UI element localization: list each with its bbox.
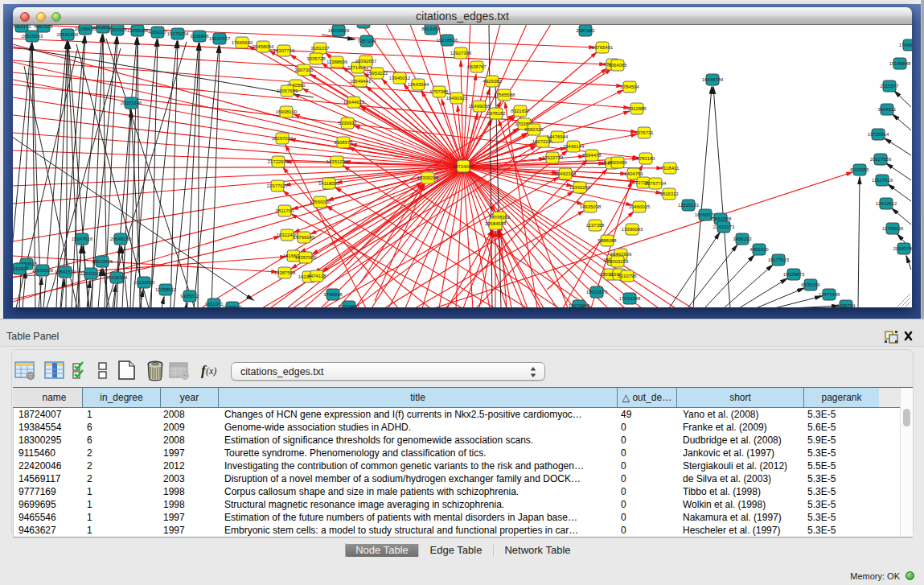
svg-text:8215955: 8215955: [850, 167, 869, 172]
svg-text:22977027: 22977027: [267, 183, 289, 188]
svg-text:8321837: 8321837: [511, 109, 530, 113]
svg-text:13132690: 13132690: [133, 280, 155, 285]
svg-text:20458054: 20458054: [253, 44, 274, 49]
svg-text:4474128: 4474128: [307, 274, 326, 278]
svg-text:20691406: 20691406: [57, 32, 79, 37]
svg-text:10460025: 10460025: [629, 204, 651, 209]
svg-text:6638767: 6638767: [467, 64, 487, 69]
svg-text:17656906: 17656906: [32, 268, 54, 273]
svg-text:10549441: 10549441: [350, 79, 372, 84]
svg-text:4457975: 4457975: [34, 25, 53, 29]
svg-text:18300295: 18300295: [417, 175, 439, 180]
svg-text:3784504: 3784504: [620, 84, 639, 89]
svg-text:2811700: 2811700: [276, 208, 295, 213]
svg-text:11058511: 11058511: [155, 287, 176, 292]
svg-text:4961630: 4961630: [749, 247, 769, 252]
svg-text:19379254: 19379254: [167, 31, 189, 36]
svg-text:3181037: 3181037: [310, 46, 330, 51]
svg-text:20943743: 20943743: [893, 246, 912, 251]
svg-text:12927396: 12927396: [450, 51, 472, 56]
svg-text:17565588: 17565588: [494, 93, 515, 97]
svg-text:19218506: 19218506: [437, 38, 458, 43]
svg-text:16033809: 16033809: [328, 28, 350, 33]
svg-text:10342260: 10342260: [569, 185, 591, 190]
svg-text:15347616: 15347616: [72, 237, 93, 241]
svg-text:11388699: 11388699: [326, 60, 348, 64]
svg-text:12525131: 12525131: [678, 203, 700, 208]
svg-text:11527619: 11527619: [872, 178, 893, 183]
svg-text:19462304: 19462304: [555, 171, 577, 176]
svg-text:10661588: 10661588: [710, 216, 732, 221]
svg-text:2315577: 2315577: [880, 84, 899, 89]
svg-text:21499058: 21499058: [469, 104, 491, 109]
svg-text:12750036: 12750036: [882, 226, 904, 231]
svg-text:20648195: 20648195: [110, 237, 132, 241]
svg-text:4929082: 4929082: [483, 79, 502, 84]
svg-text:3106848: 3106848: [190, 34, 209, 39]
svg-text:18622670: 18622670: [586, 290, 608, 295]
svg-text:20515263: 20515263: [22, 34, 43, 39]
svg-text:14476944: 14476944: [547, 134, 569, 139]
svg-text:20227559: 20227559: [870, 157, 892, 162]
svg-text:17613348: 17613348: [619, 296, 641, 301]
svg-text:9335812: 9335812: [180, 294, 199, 299]
svg-text:16908100: 16908100: [276, 109, 298, 114]
svg-text:5594478: 5594478: [582, 153, 602, 158]
svg-text:7357224: 7357224: [357, 39, 376, 43]
svg-text:18297022: 18297022: [272, 136, 294, 141]
svg-text:10644615: 10644615: [343, 100, 365, 105]
svg-text:19766045: 19766045: [294, 235, 315, 240]
svg-text:14351230: 14351230: [326, 159, 348, 164]
svg-text:13945012: 13945012: [389, 76, 411, 80]
svg-text:3307301: 3307301: [294, 68, 314, 72]
svg-text:16206344: 16206344: [106, 275, 128, 280]
svg-text:19584594: 19584594: [485, 221, 507, 226]
svg-text:19436144: 19436144: [563, 144, 585, 149]
svg-text:15149848: 15149848: [889, 61, 911, 66]
svg-text:11074688: 11074688: [569, 303, 590, 307]
svg-text:12643564: 12643564: [408, 82, 429, 87]
svg-text:7303905: 7303905: [108, 27, 127, 32]
svg-text:16491923: 16491923: [446, 96, 468, 101]
svg-text:6099754: 6099754: [836, 303, 856, 307]
svg-text:19725914: 19725914: [868, 132, 889, 137]
svg-text:13765491: 13765491: [592, 45, 614, 50]
svg-text:20003258: 20003258: [607, 259, 629, 264]
svg-text:1137358: 1137358: [586, 223, 606, 228]
svg-text:6535209: 6535209: [801, 282, 820, 287]
svg-text:3746598: 3746598: [323, 292, 343, 297]
svg-text:15029873: 15029873: [783, 272, 805, 277]
svg-text:5888088: 5888088: [598, 238, 617, 243]
svg-text:7910827: 7910827: [13, 266, 29, 271]
svg-text:2978182: 2978182: [487, 111, 506, 116]
svg-text:6076731: 6076731: [634, 130, 654, 135]
svg-text:6582326: 6582326: [524, 127, 544, 132]
svg-text:8829459: 8829459: [608, 160, 627, 165]
svg-text:16307710: 16307710: [273, 48, 295, 53]
svg-text:9190519: 9190519: [223, 305, 242, 307]
svg-text:6912885: 6912885: [627, 106, 647, 111]
svg-text:1404769: 1404769: [624, 171, 643, 176]
svg-text:20274461: 20274461: [339, 304, 360, 307]
svg-text:7118411: 7118411: [661, 166, 680, 171]
svg-text:21722973: 21722973: [268, 159, 290, 164]
svg-text:16648784: 16648784: [702, 77, 724, 82]
svg-text:(x): (x): [206, 365, 216, 377]
svg-text:1757086: 1757086: [429, 89, 449, 94]
svg-text:20767704: 20767704: [645, 181, 667, 186]
svg-text:19937057: 19937057: [209, 36, 231, 41]
svg-text:5210796: 5210796: [618, 274, 637, 278]
svg-text:18177615: 18177615: [768, 257, 790, 262]
svg-text:8813054: 8813054: [421, 27, 441, 31]
svg-text:17406879: 17406879: [899, 43, 912, 47]
svg-text:16623006: 16623006: [92, 259, 113, 264]
svg-text:17665640: 17665640: [232, 40, 253, 45]
svg-text:13495588: 13495588: [127, 28, 149, 33]
svg-text:7031971: 7031971: [204, 302, 224, 307]
svg-text:12477488: 12477488: [819, 292, 840, 297]
svg-text:14387508: 14387508: [274, 270, 296, 275]
svg-text:10057659: 10057659: [277, 89, 298, 93]
svg-text:6064065: 6064065: [608, 63, 627, 68]
svg-text:5339937: 5339937: [338, 121, 357, 126]
svg-text:21433273: 21433273: [713, 225, 735, 229]
